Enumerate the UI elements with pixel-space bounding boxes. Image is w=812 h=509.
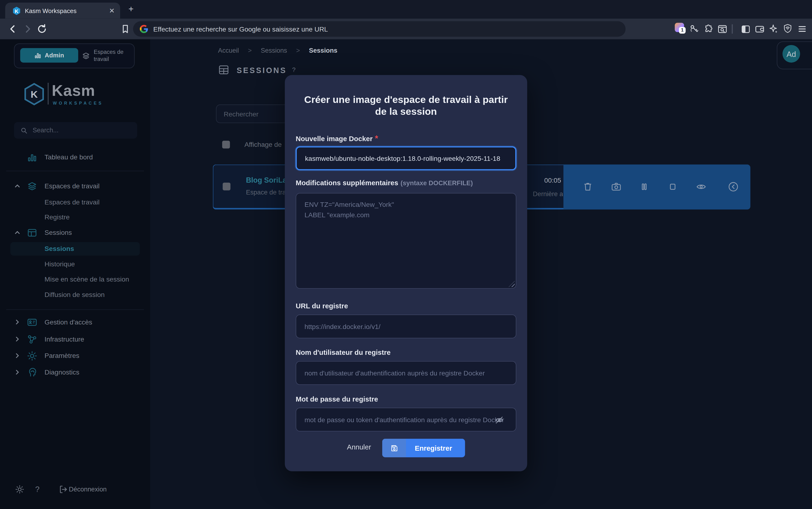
save-button[interactable]: Enregistrer (382, 439, 465, 457)
mode-switch-card: Admin Espaces de travail (14, 43, 135, 68)
extension-badge: 1 (679, 27, 685, 33)
search-window-icon[interactable] (717, 24, 728, 34)
sidebar-group-settings[interactable]: Paramètres (0, 349, 150, 363)
camera-icon[interactable] (611, 181, 622, 192)
docker-image-input[interactable] (295, 146, 516, 170)
sidebar-group-infrastructure[interactable]: Infrastructure (0, 333, 150, 346)
registry-user-input[interactable] (295, 361, 516, 385)
stop-icon[interactable] (667, 181, 678, 192)
chevron-up-icon (14, 183, 20, 189)
breadcrumb-separator: > (248, 47, 252, 54)
sparkle-icon[interactable] (769, 24, 779, 34)
wallet-icon[interactable] (754, 24, 765, 34)
registry-url-input[interactable] (295, 314, 516, 338)
sidebar-item-registry[interactable]: Registre (0, 211, 150, 224)
sidebar-group-workspaces[interactable]: Espaces de travail (0, 179, 150, 193)
logout-icon[interactable] (58, 484, 69, 496)
sidebar-item-history[interactable]: Historique (0, 258, 150, 271)
sidebar-item-sessions[interactable]: Sessions (0, 242, 150, 256)
sidebar-item-dashboard[interactable]: Tableau de bord (0, 150, 150, 164)
breadcrumb: Accueil > Sessions > Sessions (218, 47, 337, 54)
id-card-icon (27, 317, 37, 328)
browser-tab[interactable]: K Kasm Workspaces ✕ (5, 3, 120, 19)
collapse-icon[interactable] (727, 181, 739, 192)
breadcrumb-home[interactable]: Accueil (218, 47, 239, 54)
sidebar-divider (6, 171, 144, 171)
admin-mode-button[interactable]: Admin (20, 48, 78, 63)
session-action-bar (563, 165, 750, 210)
chevron-right-icon (14, 353, 20, 359)
sidebar-group-sessions[interactable]: Sessions (0, 226, 150, 240)
page-help[interactable]: ? (292, 66, 295, 73)
page-title: SESSIONS (237, 66, 287, 74)
new-tab-button[interactable]: + (126, 5, 135, 14)
chart-bars-icon (34, 52, 42, 59)
google-icon (140, 25, 148, 33)
bookmark-icon[interactable] (120, 23, 131, 35)
session-subtitle: Espace de trav (246, 189, 289, 196)
table-header-label: Affichage de (244, 141, 282, 148)
row-checkbox[interactable] (223, 183, 230, 191)
session-name-link[interactable]: Blog SoriLab (246, 176, 291, 184)
select-all-checkbox[interactable] (222, 141, 230, 148)
chevron-right-icon (14, 369, 20, 375)
save-button-label: Enregistrer (406, 439, 465, 457)
back-icon[interactable] (7, 23, 19, 35)
logout-label[interactable]: Déconnexion (69, 486, 106, 493)
sidebar-divider (6, 309, 144, 310)
modal-title: Créer une image d'espace de travail à pa… (297, 94, 515, 117)
sidebar-toggle-icon[interactable] (741, 24, 751, 34)
avatar[interactable]: Ad (783, 45, 800, 63)
kasm-logo-icon: K (23, 82, 45, 107)
extension-icon[interactable]: 1 (675, 23, 685, 33)
search-icon (20, 127, 28, 134)
sidebar-item-session-casting[interactable]: Diffusion de session (0, 288, 150, 302)
menu-icon[interactable] (797, 24, 808, 34)
grid-table-icon (218, 64, 229, 75)
tab-close-icon[interactable]: ✕ (108, 7, 116, 15)
registry-pass-input[interactable] (295, 408, 516, 432)
sidebar-item-session-staging[interactable]: Mise en scène de la session (0, 273, 150, 286)
svg-text:K: K (31, 89, 38, 100)
create-image-modal: Créer une image d'espace de travail à pa… (285, 75, 527, 471)
chart-bars-icon (27, 152, 37, 163)
layers-icon (27, 181, 37, 192)
logo-divider (48, 83, 49, 105)
keys-icon[interactable] (689, 24, 700, 34)
theme-sun-icon[interactable] (14, 484, 26, 496)
sidebar: Admin Espaces de travail K Kasm WORKSPAC… (0, 39, 150, 509)
network-icon (27, 334, 37, 345)
puzzle-icon[interactable] (703, 24, 714, 34)
chevron-up-icon (14, 230, 20, 235)
registry-user-label: Nom d'utilisateur du registre (295, 349, 391, 357)
browser-tabbar: K Kasm Workspaces ✕ + (0, 0, 812, 19)
sidebar-search-placeholder: Search... (33, 127, 58, 134)
trash-icon[interactable] (582, 181, 594, 192)
eye-slash-icon[interactable] (494, 415, 504, 425)
sidebar-group-diagnostics[interactable]: Diagnostics (0, 366, 150, 379)
docker-image-label: Nouvelle image Docker * (295, 134, 378, 143)
url-input[interactable]: Effectuez une recherche sur Google ou sa… (153, 25, 328, 33)
eye-icon[interactable] (695, 181, 707, 192)
pause-icon[interactable] (638, 181, 650, 192)
reload-icon[interactable] (36, 23, 48, 35)
tab-title: Kasm Workspaces (25, 7, 77, 15)
kasm-favicon-icon: K (12, 7, 21, 15)
dockerfile-textarea[interactable] (295, 193, 516, 289)
cancel-button[interactable]: Annuler (347, 443, 371, 451)
sidebar-item-workspaces[interactable]: Espaces de travail (0, 196, 150, 209)
breadcrumb-separator: > (296, 47, 300, 54)
table-search-placeholder: Rechercher (224, 110, 258, 117)
shield-icon[interactable] (783, 23, 793, 34)
workspaces-mode-button[interactable]: Espaces de travail (82, 45, 134, 66)
sidebar-search-input[interactable]: Search... (14, 122, 137, 139)
sidebar-group-access[interactable]: Gestion d'accès (0, 315, 150, 329)
breadcrumb-sessions[interactable]: Sessions (261, 47, 287, 54)
dockerfile-hint: (syntaxe DOCKERFILE) (401, 179, 473, 187)
screen: K Kasm Workspaces ✕ + Effectuez une rech… (0, 0, 812, 509)
forward-icon[interactable] (22, 23, 33, 35)
help-icon[interactable]: ? (35, 485, 46, 496)
session-last-activity: Dernière a (533, 191, 563, 198)
workspaces-mode-label: Espaces de travail (94, 49, 134, 63)
url-bar[interactable]: Effectuez une recherche sur Google ou sa… (133, 21, 626, 37)
